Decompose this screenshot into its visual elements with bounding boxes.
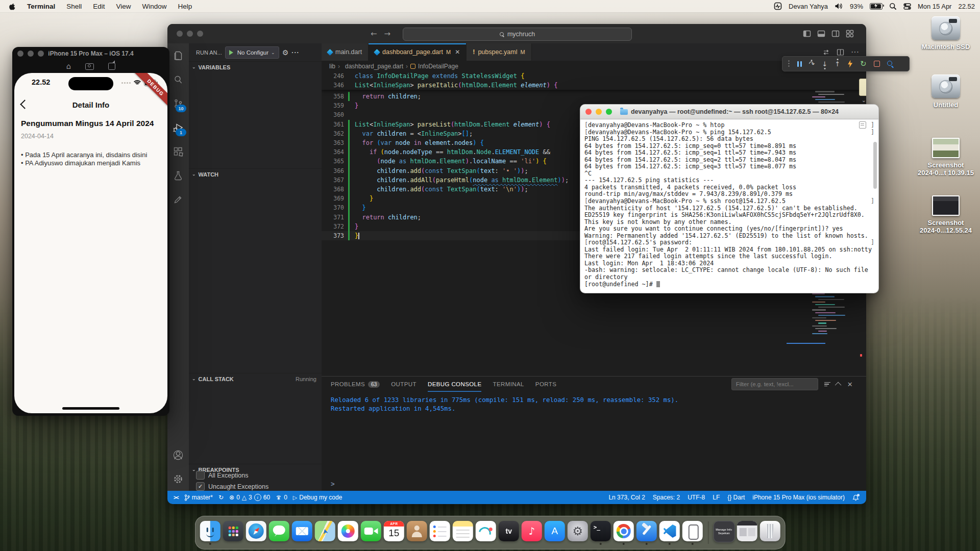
simulator-titlebar[interactable]: iPhone 15 Pro Max – iOS 17.4 xyxy=(12,47,169,60)
step-over-icon[interactable]: ↷ xyxy=(809,60,815,68)
spotlight-icon[interactable] xyxy=(889,3,897,10)
dock-freeform[interactable] xyxy=(476,521,496,544)
pause-icon[interactable] xyxy=(797,61,802,67)
maximize-panel-icon[interactable] xyxy=(835,382,841,388)
dock-photos[interactable] xyxy=(338,521,358,544)
compare-changes-icon[interactable] xyxy=(822,48,830,56)
nav-forward-icon[interactable]: → xyxy=(384,29,391,38)
dock-music[interactable]: ♪ xyxy=(522,521,542,544)
menu-clock[interactable]: 22.52 xyxy=(958,3,975,10)
tab-terminal[interactable]: TERMINAL xyxy=(493,377,524,392)
explorer-icon[interactable] xyxy=(167,43,189,67)
tab-dashboard_page.dart[interactable]: dashboard_page.dartM✕ xyxy=(369,43,467,61)
dock-xcode[interactable] xyxy=(636,521,657,544)
rotate-icon[interactable] xyxy=(108,63,115,70)
console-filter-input[interactable]: Filter (e.g. text, !excl... xyxy=(731,378,818,390)
sync-icon[interactable]: ↻ xyxy=(218,494,224,501)
dock-google-chrome[interactable] xyxy=(614,521,634,544)
terminal-window-controls[interactable] xyxy=(585,109,612,115)
git-branch[interactable]: master* xyxy=(184,494,213,501)
dock-calendar[interactable]: APR15 xyxy=(384,521,404,544)
dock-notes[interactable] xyxy=(453,521,473,544)
split-editor-icon[interactable] xyxy=(837,48,844,56)
desktop-icon-screenshot[interactable]: Screenshot2024-0...t 10.39.15 xyxy=(913,138,979,177)
dock-contacts[interactable] xyxy=(407,521,427,544)
status-ln[interactable]: Ln 373, Col 2 xyxy=(608,494,645,501)
terminal-titlebar[interactable]: devanyahya — root@undefined:~ — ssh root… xyxy=(580,105,878,119)
debug-status[interactable]: ▷Debug my code xyxy=(293,494,342,501)
control-center-icon[interactable] xyxy=(903,3,911,10)
run-and-debug-icon[interactable]: 1 xyxy=(167,115,189,139)
screenshot-icon[interactable] xyxy=(85,63,94,70)
call-stack-section-header[interactable]: ⌄CALL STACKRunning xyxy=(189,373,322,385)
dock-mail[interactable] xyxy=(292,521,312,544)
tab-ports[interactable]: PORTS xyxy=(535,377,556,392)
dock-launchpad[interactable] xyxy=(223,521,243,544)
apple-menu-icon[interactable] xyxy=(8,2,16,11)
stop-icon[interactable] xyxy=(874,61,880,67)
start-debug-icon[interactable] xyxy=(229,50,236,55)
tab-pubspec.yaml[interactable]: !pubspec.yamlM xyxy=(467,43,531,61)
watch-section-header[interactable]: ⌄WATCH xyxy=(189,168,322,180)
dock-messages[interactable] xyxy=(269,521,289,544)
user-menu[interactable]: Devan Yahya xyxy=(789,3,828,10)
menu-date[interactable]: Mon 15 Apr xyxy=(918,3,952,10)
home-indicator[interactable] xyxy=(62,407,119,410)
dock-simulator[interactable] xyxy=(682,521,703,544)
menu-window[interactable]: Window xyxy=(142,3,167,10)
ports-indicator[interactable]: 0 xyxy=(276,494,287,501)
home-button-icon[interactable]: ⌂ xyxy=(66,63,71,70)
dock-finder[interactable] xyxy=(200,521,220,544)
hot-reload-icon[interactable] xyxy=(847,60,853,68)
vscode-window-controls[interactable] xyxy=(167,31,203,37)
volume-icon[interactable] xyxy=(835,3,843,10)
notebook-pen-icon[interactable] xyxy=(167,187,189,211)
tab-main.dart[interactable]: main.dart xyxy=(322,43,369,61)
testing-icon[interactable] xyxy=(167,163,189,187)
widget-inspector-icon[interactable] xyxy=(887,61,894,67)
code-line-358[interactable]: 358 return children; xyxy=(322,92,866,101)
dock-terminal[interactable]: >_ xyxy=(591,521,611,544)
dock-facetime[interactable] xyxy=(361,521,381,544)
terminal-scrollbar[interactable] xyxy=(873,142,877,189)
desktop-icon-macintosh-ssd[interactable]: Macintosh SSD xyxy=(913,16,979,51)
drag-handle[interactable] xyxy=(788,60,790,68)
dock-manage-info-sepekan-window[interactable]: Manage Info Sepekan xyxy=(714,521,734,544)
views-more-actions[interactable]: ··· xyxy=(291,49,300,56)
dock-reminders[interactable] xyxy=(430,521,450,544)
breakpoint-uncaught-exceptions[interactable]: ✓Uncaught Exceptions xyxy=(196,482,268,491)
notifications-bell-icon[interactable] xyxy=(852,494,859,501)
problems-summary[interactable]: ⊗0△3i60 xyxy=(229,494,270,501)
dock-visual-studio-code[interactable] xyxy=(659,521,680,544)
configure-gear-icon[interactable]: ⚙ xyxy=(282,48,289,57)
menu-help[interactable]: Help xyxy=(178,3,192,10)
stats-menu-extra-icon[interactable] xyxy=(774,2,782,10)
checkbox-unchecked[interactable] xyxy=(196,471,205,480)
dock-app-store[interactable]: A xyxy=(545,521,565,544)
menu-edit[interactable]: Edit xyxy=(93,3,105,10)
command-center-search[interactable]: mychruch xyxy=(403,28,632,41)
desktop-icon-screenshot[interactable]: Screenshot2024-0...12.55.24 xyxy=(913,195,979,234)
tab-output[interactable]: OUTPUT xyxy=(391,377,416,392)
launch-config-dropdown[interactable]: No Configur⌄ xyxy=(225,46,279,59)
account-icon[interactable] xyxy=(167,443,189,467)
terminal-content[interactable]: [devanyahya@Devans-MacBook-Pro ~ % htop]… xyxy=(580,119,878,293)
extensions-icon[interactable] xyxy=(167,139,189,163)
filter-icon[interactable] xyxy=(824,382,830,387)
search-view-icon[interactable] xyxy=(167,67,189,91)
settings-gear-icon[interactable] xyxy=(167,467,189,491)
step-out-icon[interactable]: ↑ xyxy=(835,60,840,68)
dock-trash[interactable] xyxy=(760,521,780,544)
breakpoint-all-exceptions[interactable]: All Exceptions xyxy=(196,471,249,480)
status-spaces[interactable]: Spaces: 2 xyxy=(653,494,680,501)
dock-maps[interactable] xyxy=(315,521,335,544)
tab-debug-console[interactable]: DEBUG CONSOLE xyxy=(428,377,482,392)
dock-minimized-window[interactable] xyxy=(737,521,757,544)
menu-shell[interactable]: Shell xyxy=(66,3,82,10)
console-prompt[interactable]: > xyxy=(331,480,335,488)
dock-safari[interactable] xyxy=(246,521,266,544)
dock-tv[interactable]: tv xyxy=(499,521,519,544)
status-[interactable]: {} Dart xyxy=(727,494,745,501)
menu-view[interactable]: View xyxy=(116,3,131,10)
dock-system-settings[interactable]: ⚙ xyxy=(568,521,588,544)
